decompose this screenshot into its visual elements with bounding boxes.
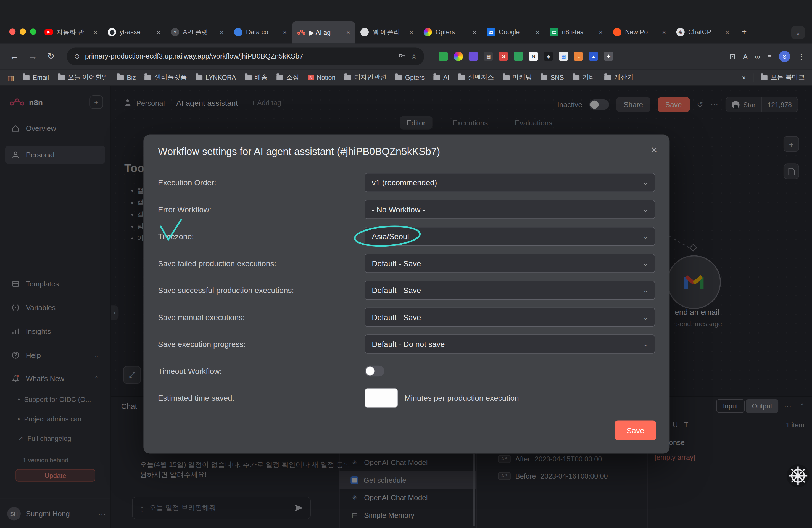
extension-icon-11[interactable]: ▲: [589, 52, 598, 61]
tab-youtube[interactable]: ▶ 자동화 관 ×: [40, 21, 103, 44]
tab-new-post[interactable]: New Po ×: [608, 21, 671, 44]
modal-title: Workflow settings for AI agent assistant…: [158, 146, 655, 157]
bookmark-label: SNS: [550, 74, 564, 81]
bookmark-folder[interactable]: 기타: [572, 73, 595, 82]
extension-icon-6[interactable]: [514, 52, 523, 61]
close-tab-icon[interactable]: ×: [220, 28, 224, 36]
execution-order-select[interactable]: v1 (recommended) ⌄: [365, 173, 655, 192]
tab-gpters[interactable]: Gpters ×: [418, 21, 482, 44]
extension-icon-10[interactable]: c: [574, 52, 583, 61]
fullscreen-window-button[interactable]: [30, 28, 37, 35]
save-progress-select[interactable]: Default - Do not save ⌄: [365, 334, 655, 353]
close-tab-icon[interactable]: ×: [283, 28, 287, 36]
close-tab-icon[interactable]: ×: [346, 28, 350, 36]
extensions-row: ▦ S N ◆ ▦ c ▲ ✚: [439, 52, 613, 61]
bookmark-folder[interactable]: 계산기: [604, 73, 634, 82]
select-value: Asia/Seoul: [372, 232, 409, 241]
bookmark-folder[interactable]: 마케팅: [503, 73, 532, 82]
bookmark-folder[interactable]: 소싱: [276, 73, 300, 82]
close-tab-icon[interactable]: ×: [473, 28, 476, 36]
save-manual-select[interactable]: Default - Save ⌄: [365, 308, 655, 327]
translate-icon[interactable]: A: [743, 52, 748, 60]
bookmark-star-icon[interactable]: ☆: [411, 52, 417, 60]
folder-icon: [58, 75, 64, 80]
back-button[interactable]: ←: [10, 51, 19, 62]
extensions-puzzle-icon[interactable]: ✚: [604, 52, 613, 61]
extension-icon-notion[interactable]: N: [529, 52, 538, 61]
bookmark-folder[interactable]: 실벤져스: [458, 73, 494, 82]
extension-icon-4[interactable]: ▦: [484, 52, 493, 61]
tab-sheets[interactable]: ▤ n8n-tes ×: [545, 21, 608, 44]
bookmarks-overflow-icon[interactable]: »: [742, 74, 746, 81]
bookmark-folder[interactable]: 오늘 이어할일: [58, 73, 108, 82]
github-favicon: [108, 28, 116, 36]
select-value: - No Workflow -: [372, 205, 425, 214]
close-tab-icon[interactable]: ×: [662, 28, 666, 36]
tab-search-chevron[interactable]: ⌄: [791, 26, 805, 40]
new-tab-button[interactable]: +: [736, 24, 752, 40]
bookmark-folder[interactable]: LYNKORA: [195, 74, 236, 81]
link-icon[interactable]: ∞: [755, 52, 760, 60]
reading-list-icon[interactable]: ≡: [767, 52, 771, 60]
minimize-window-button[interactable]: [19, 28, 26, 35]
field-save-failed: Save failed production executions: Defau…: [158, 254, 655, 273]
forward-button[interactable]: →: [28, 51, 37, 62]
timeout-toggle[interactable]: [365, 366, 384, 377]
select-value: v1 (recommended): [372, 178, 437, 187]
tab-github[interactable]: yt-asse ×: [102, 21, 166, 44]
tab-strip: ▶ 자동화 관 × yt-asse × ✳ API 플랫 × Data co ×: [40, 21, 752, 44]
bookmark-folder[interactable]: AI: [433, 74, 449, 81]
bookmark-folder[interactable]: 배송: [245, 73, 267, 82]
notion-icon: N: [308, 75, 314, 80]
site-info-icon[interactable]: ⊙: [74, 52, 80, 60]
tab-n8n-active[interactable]: ▶ AI ag ×: [292, 21, 356, 44]
screenshot-icon[interactable]: ⊡: [729, 52, 736, 60]
address-bar[interactable]: ⊙ primary-production-ecdf3.up.railway.ap…: [67, 47, 424, 65]
bookmark-folder[interactable]: Biz: [117, 74, 136, 81]
save-failed-select[interactable]: Default - Save ⌄: [365, 254, 655, 273]
folder-icon: [541, 75, 547, 80]
tab-data[interactable]: Data co ×: [229, 21, 292, 44]
tab-chatgpt[interactable]: ✳ ChatGP ×: [671, 21, 735, 44]
close-tab-icon[interactable]: ×: [157, 28, 160, 36]
extension-icon-8[interactable]: ◆: [544, 52, 553, 61]
bookmark-folder[interactable]: 셀러플랫폼: [145, 73, 187, 82]
tab-api-platform[interactable]: ✳ API 플랫 ×: [166, 21, 229, 44]
timezone-select[interactable]: Asia/Seoul ⌄: [365, 227, 655, 246]
bookmark-folder[interactable]: 디자인관련: [344, 73, 387, 82]
extension-icon-3[interactable]: [469, 52, 478, 61]
bookmark-folder[interactable]: SNS: [541, 74, 564, 81]
select-value: Default - Save: [372, 259, 421, 268]
folder-icon: [276, 75, 283, 80]
extension-icon-5[interactable]: S: [499, 52, 508, 61]
folder-icon: [458, 75, 465, 80]
field-label: Execution Order:: [158, 178, 365, 187]
bookmark-folder[interactable]: Email: [23, 74, 49, 81]
estimated-time-input[interactable]: [365, 388, 398, 407]
close-tab-icon[interactable]: ×: [725, 28, 729, 36]
close-tab-icon[interactable]: ×: [536, 28, 540, 36]
modal-save-button[interactable]: Save: [615, 421, 656, 440]
tab-web-app[interactable]: 웹 애플리 ×: [355, 21, 418, 44]
close-tab-icon[interactable]: ×: [409, 28, 413, 36]
all-bookmarks-folder[interactable]: 모든 북마크: [760, 73, 804, 82]
apps-grid-icon[interactable]: ▦: [7, 73, 14, 82]
error-workflow-select[interactable]: - No Workflow - ⌄: [365, 200, 655, 219]
close-window-button[interactable]: [10, 28, 16, 35]
bookmark-notion[interactable]: NNotion: [308, 74, 336, 81]
bookmark-folder[interactable]: Gpters: [395, 74, 424, 81]
browser-profile-avatar[interactable]: S: [779, 50, 790, 62]
floating-widget-button[interactable]: [786, 464, 810, 490]
close-tab-icon[interactable]: ×: [93, 28, 97, 36]
password-key-icon[interactable]: [398, 52, 406, 61]
reload-button[interactable]: ↻: [47, 51, 55, 62]
google-calendar-favicon: 22: [487, 28, 495, 36]
extension-icon-2[interactable]: [454, 52, 463, 61]
tab-google-calendar[interactable]: 22 Google ×: [482, 21, 545, 44]
extension-icon-1[interactable]: [439, 52, 448, 61]
save-successful-select[interactable]: Default - Save ⌄: [365, 281, 655, 299]
extension-icon-9[interactable]: ▦: [559, 52, 568, 61]
modal-close-icon[interactable]: ×: [651, 144, 657, 156]
browser-menu-icon[interactable]: ⋮: [798, 52, 805, 60]
close-tab-icon[interactable]: ×: [599, 28, 603, 36]
